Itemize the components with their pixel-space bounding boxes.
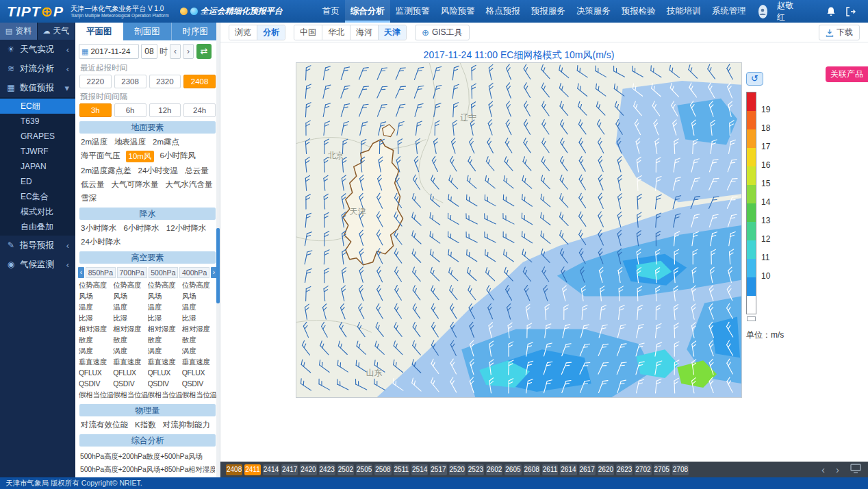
timeline-step[interactable]: 2620 bbox=[598, 464, 614, 475]
timeline-step[interactable]: 2414 bbox=[263, 464, 279, 475]
physics-item[interactable]: 对流抑制能力 bbox=[162, 420, 212, 430]
panel-scrollbar[interactable] bbox=[216, 23, 220, 477]
sidebar-model-item[interactable]: T639 bbox=[0, 114, 75, 129]
surface-item[interactable]: 6小时阵风 bbox=[158, 151, 196, 162]
precipitation-item[interactable]: 3小时降水 bbox=[79, 223, 118, 234]
upper-air-item[interactable]: 相对湿度 bbox=[182, 324, 216, 334]
download-button[interactable]: 下载 bbox=[819, 25, 860, 40]
surface-item[interactable]: 10m风 bbox=[126, 151, 155, 162]
upper-air-item[interactable]: QFLUX bbox=[113, 368, 147, 378]
timeline-step[interactable]: 2623 bbox=[616, 464, 633, 475]
upper-air-item[interactable]: 假相当位温 bbox=[148, 390, 182, 400]
upper-air-item[interactable]: 风场 bbox=[182, 291, 216, 301]
timeline-step[interactable]: 2505 bbox=[356, 464, 372, 475]
timeline-step[interactable]: 2411 bbox=[244, 464, 261, 475]
surface-item[interactable]: 24小时变温 bbox=[136, 166, 179, 176]
upper-air-item[interactable]: 比湿 bbox=[113, 313, 147, 323]
upper-air-item[interactable]: 涡度 bbox=[148, 346, 182, 356]
timeline-step[interactable]: 2408 bbox=[226, 464, 242, 475]
undo-icon-button[interactable]: ↺ bbox=[746, 72, 763, 86]
upper-air-item[interactable]: 位势高度 bbox=[148, 280, 182, 290]
timeline-next-icon[interactable]: › bbox=[836, 462, 839, 477]
surface-item[interactable]: 雪深 bbox=[79, 193, 98, 203]
level-header-700[interactable]: 700hPa bbox=[117, 267, 147, 278]
top-nav-item[interactable]: 系统管理 bbox=[706, 0, 752, 23]
composite-item[interactable]: 500hPa高度+200hPa风场+850hPa相对湿度 bbox=[80, 463, 215, 476]
next-time-button[interactable]: › bbox=[183, 44, 194, 59]
timeline-step[interactable]: 2602 bbox=[486, 464, 502, 475]
surface-item[interactable]: 2m温度露点差 bbox=[79, 166, 132, 176]
sidebar-model-item[interactable]: EC集合 bbox=[0, 189, 75, 204]
upper-air-item[interactable]: 比湿 bbox=[182, 313, 216, 323]
surface-item[interactable]: 总云量 bbox=[183, 166, 210, 176]
top-nav-item[interactable]: 决策服务 bbox=[571, 0, 616, 23]
surface-item[interactable]: 地表温度 bbox=[113, 137, 147, 147]
legend-handle[interactable] bbox=[747, 316, 756, 321]
upper-air-item[interactable]: 比湿 bbox=[148, 313, 182, 323]
sidebar-model-item[interactable]: EC细 bbox=[0, 99, 75, 114]
upper-air-item[interactable]: 假相当位温 bbox=[182, 390, 216, 400]
level-header-400[interactable]: 400hPa bbox=[179, 267, 209, 278]
upper-air-item[interactable]: 相对湿度 bbox=[79, 324, 113, 334]
init-time-button[interactable]: 2408 bbox=[183, 75, 216, 88]
avatar[interactable] bbox=[758, 5, 767, 18]
timeline-step[interactable]: 2423 bbox=[319, 464, 335, 475]
date-picker[interactable]: ▦2017-11-24 bbox=[79, 44, 139, 59]
sidebar-group-convection[interactable]: ≋ 对流分析 ‹ bbox=[0, 59, 75, 78]
interval-button[interactable]: 6h bbox=[114, 103, 146, 117]
hour-input[interactable]: 08 bbox=[141, 44, 157, 59]
sidebar-group-climate-monitor[interactable]: ◉ 气候监测 ‹ bbox=[0, 255, 75, 274]
upper-air-item[interactable]: 温度 bbox=[148, 302, 182, 312]
upper-air-item[interactable]: QSDIV bbox=[182, 379, 216, 389]
init-time-button[interactable]: 2220 bbox=[79, 75, 112, 88]
interval-button[interactable]: 24h bbox=[183, 103, 216, 117]
upper-air-item[interactable]: 比湿 bbox=[79, 313, 113, 323]
composite-item[interactable]: 500hPa高度+200hPa散度+500hPa风场 bbox=[80, 450, 215, 463]
timeline-step[interactable]: 2508 bbox=[374, 464, 391, 475]
timeline-step[interactable]: 2605 bbox=[505, 464, 521, 475]
level-header-500[interactable]: 500hPa bbox=[149, 267, 179, 278]
sidebar-model-item[interactable]: TJWRF bbox=[0, 144, 75, 159]
level-header-850[interactable]: 850hPa bbox=[86, 267, 116, 278]
display-screen-icon[interactable] bbox=[850, 464, 861, 476]
sidebar-model-item[interactable]: JAPAN bbox=[0, 159, 75, 174]
user-name[interactable]: 赵敬红 bbox=[777, 0, 793, 23]
top-nav-item[interactable]: 技能培训 bbox=[661, 0, 706, 23]
view-tab[interactable]: 时序图 bbox=[172, 23, 220, 40]
sidebar-model-item[interactable]: ED bbox=[0, 174, 75, 189]
upper-air-item[interactable]: QSDIV bbox=[113, 379, 147, 389]
upper-air-item[interactable]: 温度 bbox=[182, 302, 216, 312]
upper-air-item[interactable]: 温度 bbox=[113, 302, 147, 312]
top-nav-item[interactable]: 监测预警 bbox=[390, 0, 435, 23]
upper-air-item[interactable]: 垂直速度 bbox=[148, 357, 182, 367]
timeline-step[interactable]: 2708 bbox=[672, 464, 689, 475]
upper-air-item[interactable]: 位势高度 bbox=[113, 280, 147, 290]
init-time-button[interactable]: 2308 bbox=[114, 75, 146, 88]
logout-icon[interactable] bbox=[845, 7, 856, 16]
timeline-step[interactable]: 2511 bbox=[394, 464, 410, 475]
upper-air-item[interactable]: 相对湿度 bbox=[113, 324, 147, 334]
precipitation-item[interactable]: 6小时降水 bbox=[122, 223, 160, 234]
panel-scrollbar-thumb[interactable] bbox=[216, 228, 220, 303]
sidebar-model-item[interactable]: 模式对比 bbox=[0, 204, 75, 219]
upper-air-item[interactable]: QFLUX bbox=[182, 368, 216, 378]
upper-air-item[interactable]: 散度 bbox=[182, 335, 216, 345]
upper-air-item[interactable]: 垂直速度 bbox=[79, 357, 113, 367]
mode-tab[interactable]: 浏览 bbox=[229, 25, 257, 40]
physics-item[interactable]: 对流有效位能 bbox=[79, 420, 129, 430]
upper-air-item[interactable]: 垂直速度 bbox=[182, 357, 216, 367]
sidebar-tab-weather[interactable]: ☁天气 bbox=[38, 23, 75, 40]
precipitation-item[interactable]: 24小时降水 bbox=[79, 237, 123, 247]
upper-air-item[interactable]: QFLUX bbox=[79, 368, 113, 378]
top-nav-item[interactable]: 预报服务 bbox=[526, 0, 571, 23]
surface-item[interactable]: 2m温度 bbox=[79, 137, 109, 147]
surface-item[interactable]: 大气水汽含量 bbox=[164, 179, 214, 190]
sidebar-model-item[interactable]: GRAPES bbox=[0, 129, 75, 144]
upper-air-item[interactable]: 位势高度 bbox=[182, 280, 216, 290]
upper-air-item[interactable]: 风场 bbox=[148, 291, 182, 301]
physics-item[interactable]: K指数 bbox=[133, 420, 157, 430]
top-nav-item[interactable]: 格点预报 bbox=[481, 0, 526, 23]
upper-air-item[interactable]: 假相当位温 bbox=[113, 390, 147, 400]
surface-item[interactable]: 海平面气压 bbox=[79, 151, 122, 162]
timeline-step[interactable]: 2614 bbox=[560, 464, 576, 475]
